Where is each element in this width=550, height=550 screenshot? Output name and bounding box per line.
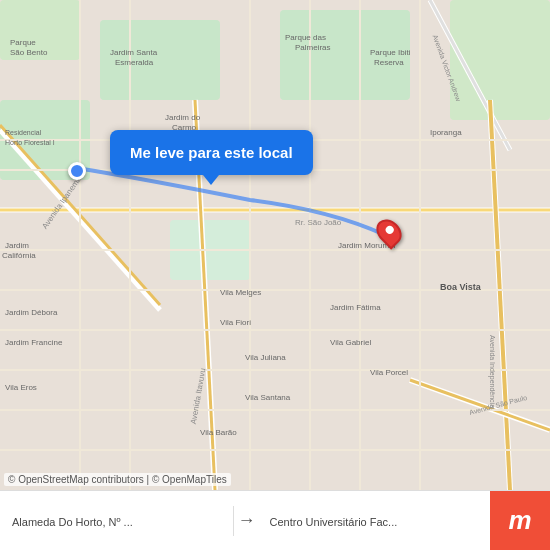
svg-text:Esmeralda: Esmeralda [115, 58, 154, 67]
map-attribution: © OpenStreetMap contributors | © OpenMap… [4, 473, 231, 486]
svg-text:Parque: Parque [10, 38, 36, 47]
moovit-logo[interactable]: m [490, 491, 550, 551]
moovit-m-letter: m [508, 505, 531, 536]
svg-text:Vila Melges: Vila Melges [220, 288, 261, 297]
svg-text:Vila Eros: Vila Eros [5, 383, 37, 392]
svg-text:Jardim: Jardim [5, 241, 29, 250]
svg-text:Avenida Independência: Avenida Independência [488, 335, 496, 408]
svg-text:Jardim Francine: Jardim Francine [5, 338, 63, 347]
cta-tooltip[interactable]: Me leve para este local [110, 130, 313, 175]
origin-marker [68, 162, 86, 180]
svg-text:Jardim Débora: Jardim Débora [5, 308, 58, 317]
svg-text:Horto Florestal I: Horto Florestal I [5, 139, 55, 146]
svg-rect-6 [450, 0, 550, 120]
svg-text:Jardim do: Jardim do [165, 113, 201, 122]
svg-text:Vila Fiori: Vila Fiori [220, 318, 251, 327]
svg-text:Iporanga: Iporanga [430, 128, 462, 137]
route-arrow-icon: → [234, 510, 260, 531]
destination-marker [378, 218, 400, 246]
svg-text:Vila Juliana: Vila Juliana [245, 353, 286, 362]
svg-text:São Bento: São Bento [10, 48, 48, 57]
dest-info[interactable]: Centro Universitário Fac... [260, 506, 491, 536]
bottom-bar: Alameda Do Horto, Nº ... → Centro Univer… [0, 490, 550, 550]
svg-text:Jardim Santa: Jardim Santa [110, 48, 158, 57]
map-container: Parque São Bento Jardim Santa Esmeralda … [0, 0, 550, 490]
svg-text:Reserva: Reserva [374, 58, 404, 67]
svg-text:Califórnia: Califórnia [2, 251, 36, 260]
svg-text:Parque das: Parque das [285, 33, 326, 42]
cta-label: Me leve para este local [130, 144, 293, 161]
svg-text:Vila Porcel: Vila Porcel [370, 368, 408, 377]
svg-text:Residencial: Residencial [5, 129, 42, 136]
svg-text:Parque Ibiti: Parque Ibiti [370, 48, 411, 57]
svg-text:Jardim Fátima: Jardim Fátima [330, 303, 381, 312]
svg-text:Rr. São João: Rr. São João [295, 218, 342, 227]
svg-text:Vila Gabriel: Vila Gabriel [330, 338, 371, 347]
svg-text:Vila Barão: Vila Barão [200, 428, 237, 437]
dest-label: Centro Universitário Fac... [270, 516, 398, 528]
origin-info[interactable]: Alameda Do Horto, Nº ... [0, 506, 234, 536]
svg-text:Boa Vista: Boa Vista [440, 282, 482, 292]
origin-label: Alameda Do Horto, Nº ... [12, 516, 133, 528]
svg-text:Vila Santana: Vila Santana [245, 393, 291, 402]
svg-text:Palmeiras: Palmeiras [295, 43, 331, 52]
